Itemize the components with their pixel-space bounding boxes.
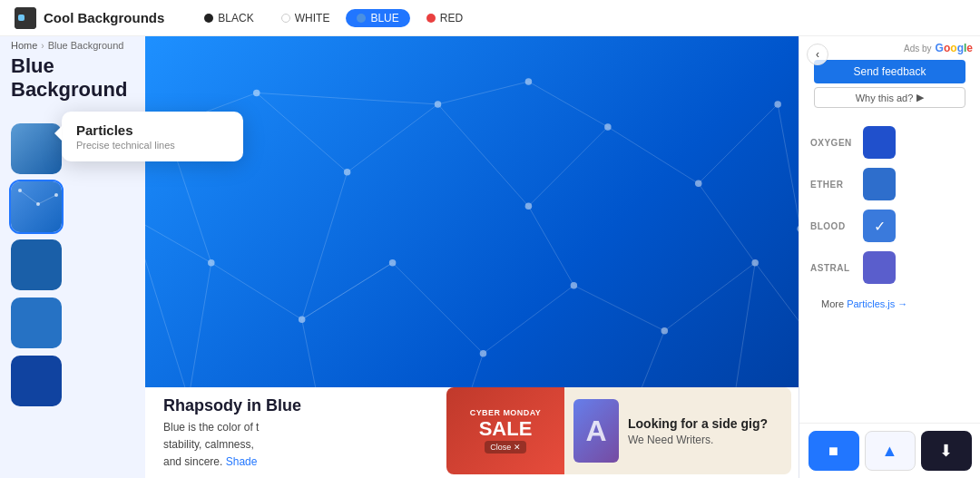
svg-line-48	[755, 263, 799, 354]
tooltip-arrow	[54, 126, 62, 141]
why-ad-btn[interactable]: Why this ad? ▶	[814, 87, 965, 108]
swatch-label-ether: ETHER	[810, 180, 856, 190]
swatch-row-blood: BLOOD ✓	[810, 210, 969, 242]
cyber-monday-text: CYBER MONDAY	[470, 408, 542, 417]
svg-line-36	[528, 206, 573, 285]
swatch-box-blood[interactable]: ✓	[863, 210, 896, 242]
swatch-check-blood: ✓	[874, 218, 886, 235]
bottom-actions: ■ ▲ ⬇	[799, 423, 980, 478]
svg-line-28	[257, 93, 348, 171]
svg-rect-0	[15, 7, 36, 29]
thumb-item-3[interactable]	[11, 239, 62, 290]
main-content: Home › Blue Background Blue Background P…	[0, 36, 980, 478]
black-dot	[204, 14, 213, 23]
pill-black[interactable]: BLACK	[193, 9, 264, 27]
breadcrumb-current: Blue Background	[48, 40, 124, 51]
white-label: WHITE	[295, 12, 330, 24]
svg-line-42	[145, 218, 211, 263]
back-icon: ‹	[816, 48, 819, 61]
svg-line-44	[393, 263, 484, 354]
shaders-link[interactable]: Shade	[226, 455, 258, 468]
close-label[interactable]: Close ✕	[485, 441, 526, 454]
ad-content-section: A Looking for a side gig? We Need Writer…	[564, 387, 791, 474]
tooltip-title: Particles	[76, 122, 229, 138]
ad-sub-text: We Need Writers.	[628, 434, 768, 446]
logo-icon	[15, 7, 36, 29]
svg-line-39	[699, 183, 755, 262]
color-swatches: OXYGEN ETHER BLOOD ✓ ASTRAL More Particl…	[799, 119, 980, 423]
right-panel: Ads by Google Send feedback Why this ad?…	[799, 36, 980, 478]
desc-text-1: Blue is the color of t	[163, 421, 259, 434]
color-pills: BLACK WHITE BLUE RED	[193, 9, 474, 27]
svg-line-59	[302, 263, 393, 319]
header: Cool Backgrounds BLACK WHITE BLUE RED	[0, 0, 980, 36]
swatch-box-oxygen[interactable]	[863, 126, 896, 159]
svg-line-37	[608, 127, 699, 183]
svg-rect-1	[18, 15, 24, 21]
ad-letter: A	[585, 415, 606, 448]
svg-line-47	[664, 263, 755, 331]
triangle-action-btn[interactable]: ▲	[865, 431, 916, 471]
black-label: BLACK	[218, 12, 253, 24]
pill-blue[interactable]: BLUE	[346, 9, 409, 27]
breadcrumb-home[interactable]: Home	[11, 40, 37, 51]
svg-point-24	[525, 78, 532, 84]
thumb-item-5[interactable]	[11, 356, 62, 406]
send-feedback-btn[interactable]: Send feedback	[814, 60, 965, 83]
why-ad-arrow: ▶	[916, 92, 924, 103]
swatch-label-oxygen: OXYGEN	[810, 138, 856, 148]
tooltip-popup: Particles Precise technical lines	[62, 112, 243, 161]
thumb-item-2[interactable]	[11, 181, 62, 232]
ad-image: A	[573, 399, 619, 463]
breadcrumb: Home › Blue Background	[11, 40, 123, 51]
logo-text: Cool Backgrounds	[44, 10, 164, 25]
svg-line-29	[257, 93, 438, 103]
swatch-label-astral: ASTRAL	[810, 263, 856, 273]
tooltip-desc: Precise technical lines	[76, 140, 229, 151]
ad-sale-section: CYBER MONDAY SALE Close ✕	[446, 387, 564, 474]
blue-dot	[357, 14, 366, 23]
swatch-label-blood: BLOOD	[810, 221, 856, 231]
download-btn[interactable]: ⬇	[921, 431, 972, 471]
swatch-box-astral[interactable]	[863, 251, 896, 284]
why-ad-text: Why this ad?	[856, 93, 914, 103]
svg-line-46	[573, 286, 664, 331]
ads-buttons: Send feedback Why this ad? ▶	[799, 56, 980, 112]
breadcrumb-sep: ›	[41, 41, 44, 51]
svg-line-40	[778, 104, 799, 229]
triangle-icon: ▲	[882, 442, 898, 461]
blue-label: BLUE	[370, 12, 398, 24]
svg-line-35	[528, 127, 607, 206]
svg-line-32	[438, 104, 529, 206]
google-logo: Google	[936, 42, 973, 54]
svg-line-53	[189, 263, 211, 399]
canvas-area: Rhapsody in Blue Blue is the color of t …	[145, 36, 799, 478]
white-dot	[281, 14, 290, 23]
swatch-row-astral: ASTRAL	[810, 251, 969, 284]
pill-white[interactable]: WHITE	[270, 9, 341, 27]
more-particles-link[interactable]: More Particles.js →	[810, 293, 969, 315]
swatch-box-ether[interactable]	[863, 168, 896, 200]
swatch-row-oxygen: OXYGEN	[810, 126, 969, 159]
back-button[interactable]: ‹	[807, 44, 828, 65]
download-icon: ⬇	[939, 441, 953, 461]
ads-label: Ads by	[904, 44, 932, 54]
red-label: RED	[440, 12, 463, 24]
svg-line-34	[528, 82, 607, 127]
svg-line-38	[699, 104, 778, 183]
ad-main-text: Looking for a side gig?	[628, 416, 768, 431]
svg-line-41	[211, 263, 302, 319]
svg-line-30	[348, 104, 438, 172]
logo-area: Cool Backgrounds	[15, 7, 164, 29]
thumb-item-4[interactable]	[11, 298, 62, 348]
red-dot	[426, 14, 436, 23]
square-icon: ■	[828, 442, 838, 461]
sale-brand: SALE	[479, 417, 533, 441]
desc-text-3: and sincere.	[163, 455, 222, 468]
ad-text-block: Looking for a side gig? We Need Writers.	[628, 416, 768, 446]
svg-line-58	[145, 218, 189, 399]
svg-line-33	[438, 82, 529, 104]
pill-red[interactable]: RED	[416, 9, 474, 27]
desc-text-2: stability, calmness,	[163, 438, 254, 451]
square-action-btn[interactable]: ■	[808, 431, 859, 471]
